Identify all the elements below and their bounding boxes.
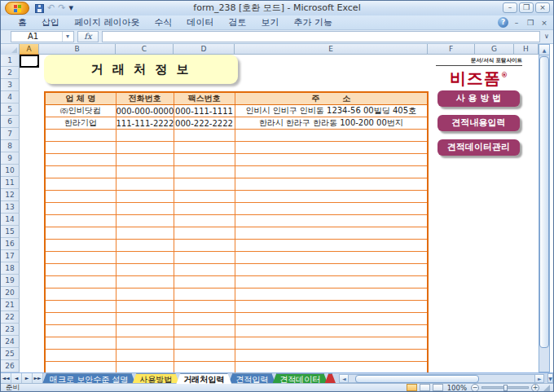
ribbon-tab-6[interactable]: 보기 [254, 15, 287, 30]
table-empty-cell[interactable] [174, 227, 235, 240]
table-empty-cell[interactable] [45, 252, 116, 264]
column-header-H[interactable]: H [514, 44, 539, 55]
row-header-4[interactable]: 4 [1, 91, 20, 104]
table-empty-cell[interactable] [174, 337, 235, 350]
table-cell-r0c2[interactable]: 000-111-1111 [174, 105, 235, 117]
table-cell-r0c1[interactable]: 000-000-0000 [116, 105, 174, 117]
table-empty-cell[interactable] [235, 350, 428, 362]
last-sheet-icon[interactable]: ►► [33, 373, 43, 383]
resize-grip[interactable] [543, 385, 550, 391]
table-empty-cell[interactable] [45, 142, 116, 154]
table-empty-cell[interactable] [45, 325, 116, 337]
table-empty-cell[interactable] [235, 227, 428, 240]
row-header-23[interactable]: 23 [1, 324, 20, 336]
row-header-15[interactable]: 15 [1, 226, 20, 238]
table-empty-cell[interactable] [235, 166, 428, 178]
table-empty-cell[interactable] [45, 288, 116, 301]
table-empty-cell[interactable] [174, 325, 235, 337]
table-cell-r1c0[interactable]: 한라기업 [45, 117, 116, 130]
namebox-dropdown-icon[interactable]: ▾ [62, 32, 73, 42]
row-header-19[interactable]: 19 [1, 275, 20, 287]
table-empty-cell[interactable] [174, 142, 235, 154]
table-cell-r0c0[interactable]: ㈜인비닷컴 [45, 105, 116, 117]
table-empty-cell[interactable] [174, 301, 235, 313]
table-empty-cell[interactable] [45, 350, 116, 362]
quote-entry-button[interactable]: 견적내용입력 [437, 115, 520, 131]
table-empty-cell[interactable] [235, 154, 428, 166]
maximize-button[interactable]: ❒ [519, 2, 534, 13]
next-sheet-icon[interactable]: ► [22, 373, 33, 383]
row-header-17[interactable]: 17 [1, 250, 20, 262]
table-empty-cell[interactable] [235, 130, 428, 142]
scroll-left-icon[interactable]: ◄ [339, 374, 349, 383]
ribbon-tab-2[interactable]: 페이지 레이아웃 [67, 15, 147, 30]
ribbon-tab-3[interactable]: 수식 [147, 15, 180, 30]
column-header-B[interactable]: B [39, 44, 116, 55]
active-cell-a1[interactable] [20, 55, 39, 68]
row-header-14[interactable]: 14 [1, 214, 20, 226]
row-header-13[interactable]: 13 [1, 201, 20, 214]
table-empty-cell[interactable] [235, 301, 428, 313]
table-empty-cell[interactable] [45, 264, 116, 276]
close-button[interactable]: × [535, 2, 550, 13]
table-empty-cell[interactable] [235, 288, 428, 301]
table-empty-cell[interactable] [116, 191, 174, 203]
table-empty-cell[interactable] [235, 178, 428, 191]
table-empty-cell[interactable] [116, 276, 174, 288]
minimize-button[interactable]: – [503, 2, 517, 13]
table-empty-cell[interactable] [235, 337, 428, 350]
table-empty-cell[interactable] [174, 154, 235, 166]
quote-data-manage-button[interactable]: 견적데이터관리 [437, 139, 520, 156]
ribbon-tab-4[interactable]: 데이터 [180, 15, 222, 30]
row-header-11[interactable]: 11 [1, 177, 20, 189]
table-empty-cell[interactable] [116, 252, 174, 264]
workbook-minimize-icon[interactable]: – [511, 18, 522, 28]
table-empty-cell[interactable] [235, 252, 428, 264]
horizontal-scrollbar-thumb[interactable] [355, 375, 479, 383]
row-header-16[interactable]: 16 [1, 238, 20, 250]
table-empty-cell[interactable] [116, 350, 174, 362]
table-empty-cell[interactable] [174, 264, 235, 276]
column-header-C[interactable]: C [116, 44, 174, 55]
table-empty-cell[interactable] [174, 276, 235, 288]
zoom-in-icon[interactable]: + [531, 384, 539, 392]
zoom-out-icon[interactable]: − [471, 384, 479, 392]
vertical-scrollbar[interactable]: ▲ [539, 44, 550, 372]
table-empty-cell[interactable] [174, 288, 235, 301]
row-header-8[interactable]: 8 [1, 140, 20, 152]
row-header-1[interactable]: 1 [1, 55, 20, 67]
table-cell-r0c3[interactable]: 인비시 인비구 인비동 1234-56 00빌딩 405호 [235, 105, 428, 117]
table-empty-cell[interactable] [45, 154, 116, 166]
usage-guide-button[interactable]: 사 용 방 법 [437, 90, 520, 107]
row-header-25[interactable]: 25 [1, 348, 20, 360]
table-empty-cell[interactable] [174, 240, 235, 252]
table-empty-cell[interactable] [116, 166, 174, 178]
column-header-F[interactable]: F [428, 44, 475, 55]
row-header-24[interactable]: 24 [1, 336, 20, 348]
workbook-close-icon[interactable]: × [539, 18, 550, 28]
table-empty-cell[interactable] [235, 264, 428, 276]
row-header-7[interactable]: 7 [1, 128, 20, 140]
sheet-tab-2[interactable]: 거래처입력 [176, 373, 231, 384]
first-sheet-icon[interactable]: ◄◄ [1, 373, 11, 383]
table-empty-cell[interactable] [116, 178, 174, 191]
help-icon[interactable]: ? [498, 17, 508, 28]
table-empty-cell[interactable] [174, 191, 235, 203]
workbook-restore-icon[interactable]: ❒ [525, 18, 536, 28]
table-empty-cell[interactable] [116, 142, 174, 154]
table-empty-cell[interactable] [116, 203, 174, 215]
zoom-slider-handle[interactable] [503, 385, 508, 391]
column-header-E[interactable]: E [235, 44, 428, 55]
table-empty-cell[interactable] [45, 240, 116, 252]
table-empty-cell[interactable] [116, 130, 174, 142]
table-empty-cell[interactable] [45, 215, 116, 227]
table-cell-r1c1[interactable]: 111-111-2222 [116, 117, 174, 130]
table-empty-cell[interactable] [235, 240, 428, 252]
row-header-18[interactable]: 18 [1, 262, 20, 275]
row-header-20[interactable]: 20 [1, 287, 20, 299]
table-empty-cell[interactable] [45, 301, 116, 313]
horizontal-scrollbar[interactable]: ◄ ► [339, 373, 544, 383]
scroll-down-icon[interactable]: ▼ [547, 373, 553, 383]
table-empty-cell[interactable] [116, 288, 174, 301]
zoom-level[interactable]: 100% [447, 384, 467, 392]
